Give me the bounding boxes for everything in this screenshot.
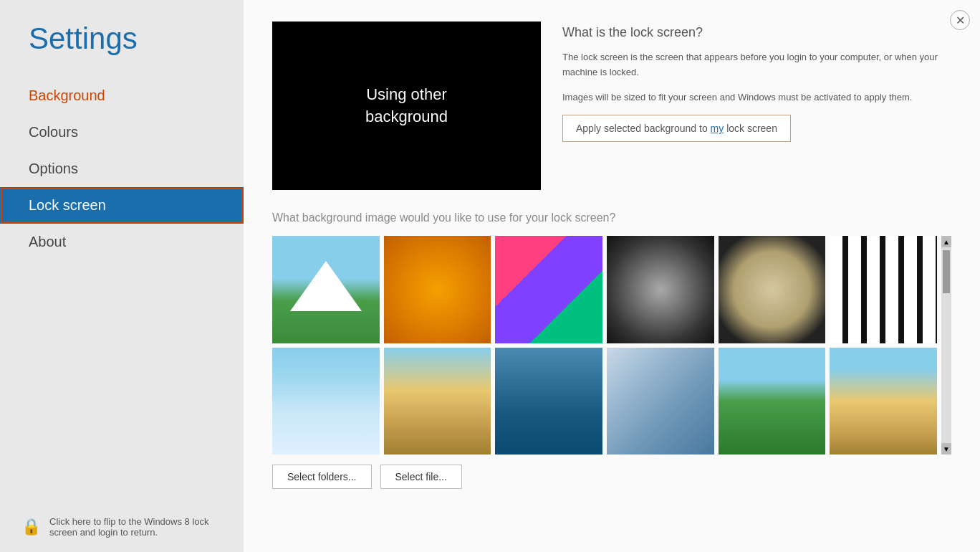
image-thumb-piano[interactable] [830, 236, 937, 343]
preview-text-line2: background [365, 108, 448, 125]
image-grid-container: ▲ ▼ [272, 236, 951, 455]
sidebar: Settings Background Colours Options Lock… [0, 0, 244, 552]
image-grid [272, 236, 937, 455]
sidebar-nav: Background Colours Options Lock screen A… [0, 77, 244, 502]
sidebar-item-lock-screen[interactable]: Lock screen [0, 187, 244, 224]
image-thumb-honeycomb[interactable] [384, 236, 491, 343]
image-thumb-shell[interactable] [719, 236, 826, 343]
main-content: ✕ Using other background What is the loc… [244, 0, 980, 552]
top-section: Using other background What is the lock … [272, 22, 951, 190]
image-thumb-water-flow[interactable] [607, 348, 714, 455]
scrollbar-up-button[interactable]: ▲ [941, 236, 951, 247]
scrollbar-thumb[interactable] [943, 250, 950, 293]
scrollbar-down-button[interactable]: ▼ [941, 443, 951, 455]
image-thumb-tunnel[interactable] [607, 236, 714, 343]
info-desc2: Images will be sized to fit your screen … [562, 90, 951, 105]
scrollbar-track: ▲ ▼ [941, 236, 951, 455]
preview-text-line1: Using other [366, 85, 447, 103]
image-thumb-ocean[interactable] [495, 348, 602, 455]
sidebar-item-background[interactable]: Background [0, 77, 244, 114]
close-button[interactable]: ✕ [950, 10, 970, 30]
lock-icon: 🔒 [21, 518, 41, 536]
sidebar-footer-text[interactable]: Click here to flip to the Windows 8 lock… [49, 516, 222, 538]
apply-highlight: my [711, 123, 724, 134]
select-folders-button[interactable]: Select folders... [272, 465, 372, 489]
preview-box: Using other background [272, 22, 541, 190]
preview-text: Using other background [365, 84, 448, 128]
button-row: Select folders... Select file... [272, 465, 951, 489]
info-desc1: The lock screen is the screen that appea… [562, 50, 951, 80]
sidebar-item-colours[interactable]: Colours [0, 114, 244, 151]
info-panel: What is the lock screen? The lock screen… [562, 22, 951, 190]
sidebar-item-about[interactable]: About [0, 224, 244, 260]
select-file-button[interactable]: Select file... [380, 465, 462, 489]
app-title: Settings [0, 0, 244, 77]
image-thumb-geometric[interactable] [495, 236, 602, 343]
sidebar-item-options[interactable]: Options [0, 151, 244, 187]
image-thumb-mountain[interactable] [272, 236, 380, 343]
image-thumb-ice[interactable] [272, 348, 380, 455]
apply-button[interactable]: Apply selected background to my lock scr… [562, 115, 791, 142]
image-thumb-green-hills[interactable] [719, 348, 826, 455]
image-thumb-desert[interactable] [830, 348, 937, 455]
info-title: What is the lock screen? [562, 25, 951, 40]
sidebar-footer: 🔒 Click here to flip to the Windows 8 lo… [0, 502, 244, 552]
image-thumb-sand-dunes[interactable] [384, 348, 491, 455]
gallery-question: What background image would you like to … [272, 211, 951, 224]
